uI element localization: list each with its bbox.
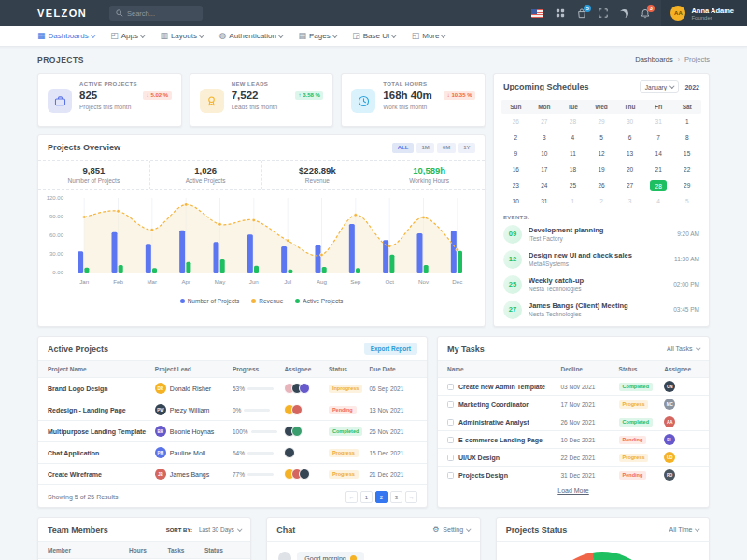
table-row[interactable]: Create WireframeJBJames Bangs77%Progress…	[38, 463, 427, 484]
shopping-bag-icon[interactable]: 5	[577, 8, 586, 19]
calendar-day[interactable]: 2	[587, 193, 616, 209]
topbar: VELZON 5 3 AA Anna Adame Founder	[0, 0, 747, 26]
calendar-day[interactable]: 28	[558, 114, 587, 130]
user-menu[interactable]: AA Anna Adame Founder	[661, 0, 747, 26]
calendar-day[interactable]: 14	[644, 146, 673, 161]
calendar-day[interactable]: 5	[587, 130, 616, 146]
calendar-day[interactable]: 22	[672, 161, 701, 177]
event-item[interactable]: 09Development planningiTest Factory9:20 …	[494, 221, 709, 246]
calendar-day[interactable]: 4	[644, 193, 673, 209]
calendar-day[interactable]: 30	[501, 193, 530, 209]
calendar-day[interactable]: 31	[644, 114, 673, 130]
view-all-events-link[interactable]: View all Events	[494, 322, 709, 327]
calendar-day[interactable]: 25	[558, 177, 587, 193]
calendar-day[interactable]: 11	[558, 146, 587, 161]
calendar-day[interactable]: 2	[501, 130, 530, 146]
calendar-day[interactable]: 18	[558, 161, 587, 177]
task-row[interactable]: E-commerce Landing Page10 Dec 2021Pendin…	[438, 430, 709, 448]
calendar-day[interactable]: 27	[530, 114, 559, 130]
calendar-day[interactable]: 5	[672, 193, 701, 209]
table-row[interactable]: Redesign - Landing PagePWPrezy William0%…	[38, 399, 427, 420]
calendar-day[interactable]: 9	[501, 146, 530, 161]
event-item[interactable]: 12Design new UI and check salesMeta4Syst…	[494, 246, 709, 272]
task-checkbox[interactable]	[447, 419, 454, 426]
task-checkbox[interactable]	[447, 401, 454, 408]
task-checkbox[interactable]	[447, 437, 454, 443]
topbar-search[interactable]	[109, 6, 203, 21]
calendar-day[interactable]: 29	[672, 177, 701, 193]
chat-setting[interactable]: ⚙ Setting	[432, 526, 470, 534]
notifications-bell-icon[interactable]: 3	[641, 8, 650, 19]
menu-item-base-ui[interactable]: ◲Base UI	[352, 32, 395, 40]
task-row[interactable]: Create new Admin Template03 Nov 2021Comp…	[438, 377, 709, 395]
language-flag-icon[interactable]	[531, 9, 543, 18]
calendar-day[interactable]: 26	[501, 114, 530, 130]
calendar-day[interactable]: 8	[672, 130, 701, 146]
export-report-button[interactable]: Export Report	[364, 343, 417, 355]
menu-item-more[interactable]: ◱More	[412, 32, 445, 40]
menu-item-layouts[interactable]: ▥Layouts	[160, 32, 203, 40]
month-select[interactable]: January	[640, 80, 680, 93]
search-input[interactable]	[127, 9, 196, 18]
calendar-day[interactable]: 31	[530, 193, 559, 209]
calendar-day[interactable]: 29	[587, 114, 616, 130]
calendar-day[interactable]: 4	[558, 130, 587, 146]
event-item[interactable]: 27James Bangs (Client) MeetingNesta Tech…	[494, 297, 709, 322]
range-button-1m[interactable]: 1M	[416, 143, 434, 153]
all-time-filter[interactable]: All Time	[669, 526, 699, 533]
calendar-day[interactable]: 28	[644, 177, 673, 193]
dark-mode-moon-icon[interactable]	[620, 9, 628, 18]
menu-item-authentication[interactable]: ◍Authentication	[218, 32, 282, 40]
breadcrumb-item[interactable]: Dashboards	[635, 55, 672, 63]
page-button-2[interactable]: 2	[375, 491, 388, 503]
task-row[interactable]: UI/UX Design22 Dec 2021ProgressUD	[438, 448, 709, 466]
task-checkbox[interactable]	[447, 384, 454, 390]
calendar-day[interactable]: 7	[644, 130, 673, 146]
calendar-day[interactable]: 3	[530, 130, 559, 146]
column-header: Assignee	[664, 366, 699, 372]
calendar-day-number: 23	[513, 182, 519, 189]
calendar-day[interactable]: 20	[615, 161, 644, 177]
calendar-day[interactable]: 21	[644, 161, 673, 177]
calendar-day[interactable]: 12	[587, 146, 616, 161]
calendar-day[interactable]: 13	[615, 146, 644, 161]
range-button-1y[interactable]: 1Y	[458, 143, 475, 153]
calendar-day[interactable]: 1	[558, 193, 587, 209]
calendar-day[interactable]: 27	[615, 177, 644, 193]
all-tasks-filter[interactable]: All Tasks	[667, 345, 699, 352]
menu-item-pages[interactable]: ▤Pages	[299, 32, 337, 40]
task-row[interactable]: Administrative Analyst26 Nov 2021Complet…	[438, 413, 709, 430]
task-row[interactable]: Marketing Coordinator17 Nov 2021Progress…	[438, 395, 709, 413]
apps-grid-icon[interactable]	[556, 8, 565, 18]
menu-item-apps[interactable]: ◰Apps	[110, 32, 144, 40]
calendar-day[interactable]: 19	[587, 161, 616, 177]
calendar-day[interactable]: 23	[501, 177, 530, 193]
menu-item-dashboards[interactable]: ▦Dashboards	[37, 32, 94, 40]
table-row[interactable]: Brand Logo DesignDRDonald Risher53%Inpro…	[38, 377, 427, 399]
page-button-1[interactable]: 1	[360, 491, 373, 503]
calendar-day[interactable]: 17	[530, 161, 559, 177]
table-row[interactable]: Chat ApplicationPMPauline Moll64%Progres…	[38, 441, 427, 463]
sort-by-filter[interactable]: SORT BY: Last 30 Days	[166, 526, 242, 533]
event-item[interactable]: 25Weekly catch-upNesta Technologies02:00…	[494, 272, 709, 297]
calendar-day[interactable]: 1	[672, 114, 701, 130]
calendar-day[interactable]: 3	[615, 193, 644, 209]
range-button-all[interactable]: ALL	[392, 143, 414, 153]
calendar-day[interactable]: 24	[530, 177, 559, 193]
page-button-next[interactable]: →	[405, 491, 417, 503]
calendar-day[interactable]: 26	[587, 177, 616, 193]
calendar-day[interactable]: 6	[615, 130, 644, 146]
page-button-prev[interactable]: ←	[345, 491, 358, 503]
page-button-3[interactable]: 3	[390, 491, 402, 503]
fullscreen-icon[interactable]	[599, 8, 608, 18]
table-row[interactable]: Multipurpose Landing TemplateBHBoonie Ho…	[38, 420, 427, 441]
load-more-link[interactable]: Load More	[438, 483, 709, 497]
calendar-day[interactable]: 15	[672, 146, 701, 161]
task-checkbox[interactable]	[447, 455, 454, 461]
task-checkbox[interactable]	[447, 472, 454, 479]
calendar-day[interactable]: 10	[530, 146, 559, 161]
task-row[interactable]: Projects Design31 Dec 2021PendingPD	[438, 466, 709, 483]
range-button-6m[interactable]: 6M	[437, 143, 455, 153]
calendar-day[interactable]: 16	[501, 161, 530, 177]
calendar-day[interactable]: 30	[615, 114, 644, 130]
